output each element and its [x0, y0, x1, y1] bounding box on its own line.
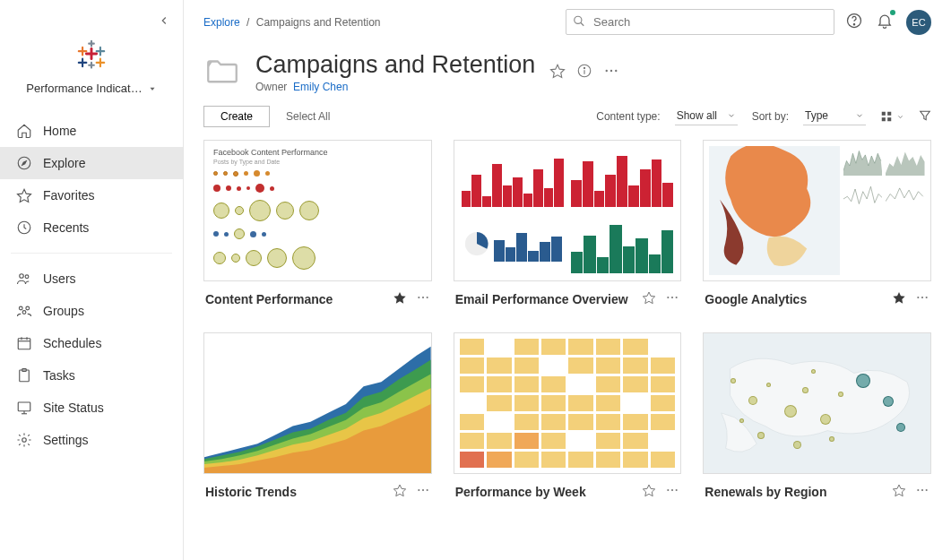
svg-marker-14 [150, 87, 154, 90]
top-icons: EC [845, 10, 931, 35]
nav-item-users[interactable]: Users [0, 263, 183, 295]
favorite-toggle[interactable] [393, 483, 407, 500]
star-filled-icon [393, 290, 407, 305]
site-selector[interactable]: Performance Indicat… [0, 74, 183, 109]
create-button[interactable]: Create [203, 106, 270, 127]
card-more-button[interactable] [416, 290, 430, 307]
chevron-down-icon [855, 111, 864, 120]
nav-label: Recents [43, 220, 89, 235]
search-icon [573, 14, 585, 30]
more-horizontal-icon [416, 290, 430, 305]
card-title: Email Performance Overview [455, 292, 643, 306]
card-more-button[interactable] [416, 483, 430, 500]
card-more-button[interactable] [665, 290, 679, 307]
svg-line-35 [581, 22, 584, 26]
nav-item-explore[interactable]: Explore [0, 147, 183, 179]
svg-point-72 [422, 489, 424, 491]
svg-marker-50 [393, 292, 405, 304]
nav-item-groups[interactable]: Groups [0, 295, 183, 327]
header-actions [549, 63, 619, 82]
card-title: Renewals by Region [705, 485, 892, 499]
nav-label: Explore [43, 156, 85, 170]
filter-button[interactable] [919, 109, 931, 125]
card-thumb [454, 140, 682, 281]
clock-icon [16, 220, 32, 236]
compass-icon [16, 155, 32, 171]
card-thumb [703, 140, 931, 281]
svg-point-58 [676, 297, 678, 298]
favorite-page-button[interactable] [549, 63, 566, 82]
nav-divider [11, 253, 172, 254]
content-type-dropdown[interactable]: Show all [675, 108, 738, 125]
svg-point-19 [20, 274, 24, 279]
main: Explore / Campaigns and Retention EC [184, 0, 951, 560]
card-google-analytics[interactable]: Google Analytics [703, 140, 931, 307]
svg-marker-49 [921, 111, 930, 119]
favorite-toggle[interactable] [892, 483, 906, 500]
home-icon [16, 123, 32, 139]
more-actions-button[interactable] [603, 63, 619, 82]
card-content-performance[interactable]: Facebook Content Performance Posts by Ty… [203, 140, 432, 307]
grid-view-icon [880, 110, 893, 123]
card-more-button[interactable] [665, 483, 679, 500]
svg-rect-24 [18, 339, 30, 349]
page-title: Campaigns and Retention [255, 51, 535, 79]
nav-item-tasks[interactable]: Tasks [0, 359, 183, 392]
favorite-toggle[interactable] [642, 290, 656, 307]
nav-item-home[interactable]: Home [0, 115, 183, 147]
select-all-button[interactable]: Select All [286, 110, 330, 123]
card-more-button[interactable] [915, 290, 929, 307]
nav-item-schedules[interactable]: Schedules [0, 327, 183, 359]
content-type-value: Show all [677, 109, 722, 122]
svg-marker-17 [18, 189, 31, 202]
avatar[interactable]: EC [906, 10, 931, 35]
star-outline-icon [393, 483, 407, 497]
breadcrumb-root[interactable]: Explore [203, 16, 240, 29]
svg-marker-74 [644, 485, 655, 496]
breadcrumb-current: Campaigns and Retention [256, 16, 381, 29]
search-wrap [566, 9, 834, 35]
favorite-toggle[interactable] [393, 290, 407, 307]
sidebar: Performance Indicat… Home Explore Favori… [0, 0, 184, 560]
svg-marker-16 [22, 161, 27, 166]
more-horizontal-icon [665, 290, 679, 305]
svg-point-53 [426, 297, 428, 298]
svg-point-43 [610, 70, 612, 72]
svg-marker-61 [893, 292, 904, 304]
svg-point-21 [19, 306, 22, 310]
favorite-toggle[interactable] [642, 483, 656, 500]
card-renewals-by-region[interactable]: Renewals by Region [703, 332, 931, 500]
nav-item-recents[interactable]: Recents [0, 211, 183, 244]
caret-down-icon [148, 84, 157, 93]
chevron-left-icon [158, 14, 170, 27]
more-horizontal-icon [915, 483, 929, 497]
card-title: Historic Trends [205, 485, 393, 499]
more-horizontal-icon [915, 290, 929, 305]
svg-point-76 [671, 489, 673, 491]
card-historic-trends[interactable]: Historic Trends [203, 332, 432, 500]
card-more-button[interactable] [915, 483, 929, 500]
sort-by-dropdown[interactable]: Type [803, 108, 866, 125]
card-email-performance[interactable]: Email Performance Overview [454, 140, 682, 307]
nav-item-favorites[interactable]: Favorites [0, 179, 183, 211]
help-button[interactable] [845, 12, 863, 32]
nav-item-settings[interactable]: Settings [0, 424, 183, 456]
view-mode-button[interactable] [880, 110, 904, 123]
svg-point-63 [921, 297, 923, 298]
content-type-label: Content type: [596, 110, 660, 123]
svg-point-57 [671, 297, 673, 298]
toolbar: Create Select All Content type: Show all… [184, 102, 951, 136]
favorite-toggle[interactable] [892, 290, 906, 307]
search-input[interactable] [566, 9, 834, 35]
page-header: Campaigns and Retention Owner Emily Chen [184, 39, 951, 102]
sort-by-value: Type [805, 109, 850, 122]
notifications-button[interactable] [876, 12, 894, 32]
info-button[interactable] [576, 63, 592, 82]
card-performance-by-week[interactable]: Performance by Week [454, 332, 682, 500]
owner-link[interactable]: Emily Chen [293, 81, 348, 93]
nav-item-site-status[interactable]: Site Status [0, 392, 183, 424]
more-horizontal-icon [416, 483, 430, 497]
sidebar-collapse-button[interactable] [158, 9, 183, 30]
nav: Home Explore Favorites Recents Users Gro… [0, 109, 183, 456]
more-horizontal-icon [665, 483, 679, 497]
